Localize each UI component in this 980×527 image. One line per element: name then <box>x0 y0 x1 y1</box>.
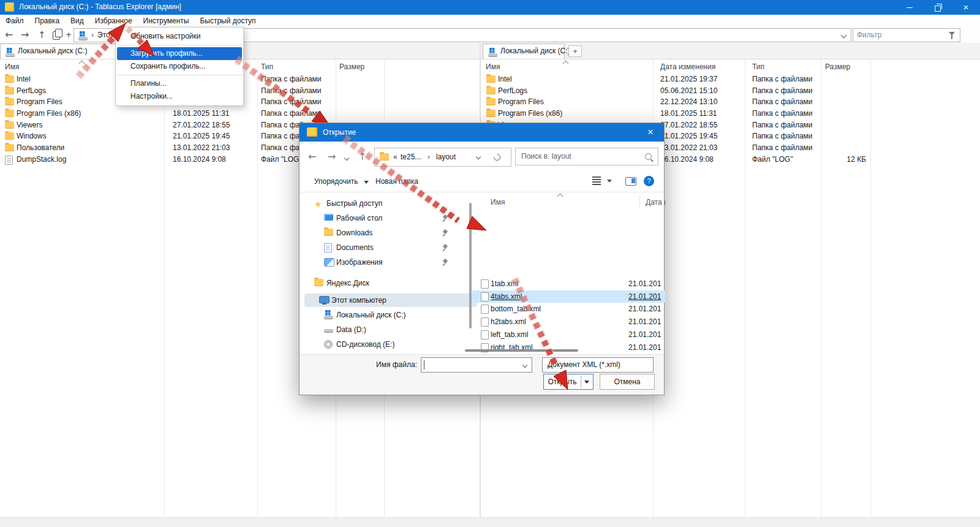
minimize-button[interactable] <box>895 0 924 15</box>
file-name[interactable]: Intel <box>17 74 31 85</box>
filetype-select[interactable]: Документ XML (*.xml) <box>542 357 654 373</box>
sidebar-item-Этот компьютер[interactable]: Этот компьютер <box>304 294 477 307</box>
file-name[interactable]: Windows <box>17 131 47 142</box>
file-name[interactable]: left_tab.xml <box>491 328 528 341</box>
file-name[interactable]: Intel <box>498 74 512 85</box>
cancel-button[interactable]: Отмена <box>600 374 655 390</box>
view-list-icon[interactable] <box>592 179 601 180</box>
list-item-right_tab.xml[interactable]: right_tab.xml21.01.201 <box>472 341 665 354</box>
forward-icon[interactable]: → <box>328 142 336 172</box>
column-date[interactable]: Дата изм <box>646 195 665 209</box>
list-item-left_tab.xml[interactable]: left_tab.xml21.01.201 <box>472 328 665 341</box>
file-name[interactable]: PerfLogs <box>17 85 46 97</box>
back-icon[interactable]: ← <box>5 27 13 43</box>
table-row[interactable]: Program Files (x86)18.01.2025 11:31Папка… <box>481 108 980 119</box>
sidebar-item-Изображения[interactable]: Изображения <box>300 256 472 269</box>
sidebar-item-Documents[interactable]: Documents <box>300 241 472 254</box>
table-row[interactable]: PerfLogs05.06.2021 15:10Папка с файлами <box>481 85 980 97</box>
list-item-bottom_tab.xml[interactable]: bottom_tab.xml21.01.201 <box>472 303 665 316</box>
column-separator[interactable] <box>639 194 640 208</box>
chevron-down-icon[interactable] <box>344 156 349 161</box>
column-type[interactable]: Тип <box>261 59 273 75</box>
file-name[interactable]: Program Files (x86) <box>17 108 81 119</box>
filter-input[interactable]: Фильтр <box>853 28 960 42</box>
sidebar-item-Быстрый доступ[interactable]: Быстрый доступ <box>300 197 472 210</box>
column-size[interactable]: Размер <box>339 59 364 75</box>
open-button[interactable]: Открыть <box>543 374 594 390</box>
breadcrumb-segment[interactable]: layout <box>436 148 456 165</box>
column-date[interactable]: Дата изменения <box>660 59 715 75</box>
column-size[interactable]: Размер <box>825 59 850 75</box>
file-name[interactable]: Program Files (x86) <box>498 108 562 119</box>
menu-item-Сохранить профиль...[interactable]: Сохранить профиль... <box>117 60 242 73</box>
column-name[interactable]: Имя <box>491 195 505 209</box>
dialog-address-bar[interactable]: « te25... › layout <box>374 148 511 167</box>
menu-item-Обновить настройки[interactable]: Обновить настройки <box>117 30 242 43</box>
file-name[interactable]: bottom_tab.xml <box>491 303 541 316</box>
menu-Файл[interactable]: Файл <box>0 15 29 27</box>
menu-Избранное[interactable]: Избранное <box>89 15 138 27</box>
chevron-down-icon[interactable] <box>522 363 527 368</box>
column-name[interactable]: Имя <box>486 59 500 75</box>
clone-tab-icon[interactable] <box>53 31 60 40</box>
up-icon[interactable]: ↑ <box>358 142 366 172</box>
dialog-search-input[interactable]: Поиск в: layout <box>515 148 658 165</box>
file-name[interactable]: Program Files <box>17 96 62 108</box>
file-name[interactable]: PerfLogs <box>498 85 527 97</box>
file-name[interactable]: DumpStack.log <box>17 154 66 165</box>
menu-item-Загрузить профиль...[interactable]: Загрузить профиль... <box>117 47 242 60</box>
chevron-down-icon[interactable] <box>476 154 481 159</box>
table-row[interactable]: Program Files22.12.2024 13:10Папка с фай… <box>481 96 980 108</box>
menu-item-Плагины...[interactable]: Плагины... <box>117 77 242 90</box>
sidebar-scrollbar[interactable] <box>469 203 472 328</box>
column-name[interactable]: Имя <box>5 59 19 75</box>
sidebar-item-CD-дисковод (E:)[interactable]: CD-дисковод (E:) <box>300 338 472 351</box>
close-button[interactable]: × <box>952 0 980 15</box>
list-item-1tab.xml[interactable]: 1tab.xml21.01.201 <box>472 278 665 290</box>
file-name[interactable]: h2tabs.xml <box>491 316 526 328</box>
new-folder-button[interactable]: Новая папка <box>375 172 418 191</box>
file-name[interactable]: 1tab.xml <box>491 278 518 290</box>
chevron-down-icon[interactable] <box>841 32 847 39</box>
menu-Инструменты[interactable]: Инструменты <box>138 15 195 27</box>
restore-button[interactable] <box>924 0 952 15</box>
sidebar-item-Локальный диск (C:)[interactable]: Локальный диск (C:) <box>300 308 472 322</box>
breadcrumb-segment[interactable]: te25... <box>401 148 421 165</box>
file-name[interactable]: Program Files <box>498 96 544 108</box>
dialog-close-button[interactable]: × <box>637 123 664 142</box>
breadcrumb-overflow[interactable]: « <box>393 148 398 165</box>
column-header-right[interactable]: Имя Дата изменения Тип Размер <box>481 59 980 74</box>
menu-item-Настройки...[interactable]: Настройки... <box>117 90 242 103</box>
folder-icon <box>5 132 14 140</box>
list-item-4tabs.xml[interactable]: 4tabs.xml21.01.201 <box>472 290 665 303</box>
column-type[interactable]: Тип <box>752 59 764 75</box>
menu-Вид[interactable]: Вид <box>65 15 89 27</box>
horizontal-scrollbar[interactable] <box>465 349 578 352</box>
file-name[interactable]: right_tab.xml <box>491 341 533 354</box>
back-icon[interactable]: ← <box>308 142 316 172</box>
menu-Быстрый доступ[interactable]: Быстрый доступ <box>194 15 261 27</box>
sidebar-item-Downloads[interactable]: Downloads <box>300 226 472 240</box>
menu-Правка[interactable]: Правка <box>29 15 66 27</box>
tab-local-disk-c-right[interactable]: Локальный диск (C:) <box>483 44 565 59</box>
refresh-icon[interactable] <box>492 153 502 162</box>
filename-input[interactable] <box>421 357 532 373</box>
up-icon[interactable]: ↑ <box>38 27 46 43</box>
forward-icon[interactable]: → <box>21 27 29 43</box>
file-name[interactable]: 4tabs.xml <box>491 290 522 303</box>
file-name[interactable]: Пользователи <box>17 142 64 154</box>
organize-button[interactable]: Упорядочить <box>314 172 369 191</box>
open-split-chevron-icon[interactable] <box>584 381 589 384</box>
sidebar-item-Яндекс.Диск[interactable]: Яндекс.Диск <box>300 276 472 290</box>
list-item-h2tabs.xml[interactable]: h2tabs.xml21.01.201 <box>472 316 665 328</box>
table-row[interactable]: Program Files (x86)18.01.2025 11:31Папка… <box>0 108 480 119</box>
sidebar-item-Рабочий стол[interactable]: Рабочий стол <box>300 211 472 225</box>
add-toolbar-button[interactable]: + <box>66 27 72 43</box>
new-tab-button-right[interactable]: + <box>568 45 582 57</box>
file-name[interactable]: Viewers <box>17 119 42 131</box>
help-icon[interactable]: ? <box>644 176 654 186</box>
table-row[interactable]: Intel21.01.2025 19:37Папка с файлами <box>481 74 980 85</box>
chevron-down-icon[interactable] <box>607 180 612 183</box>
preview-pane-icon[interactable] <box>625 177 636 186</box>
sidebar-item-Data (D:)[interactable]: Data (D:) <box>300 323 472 336</box>
